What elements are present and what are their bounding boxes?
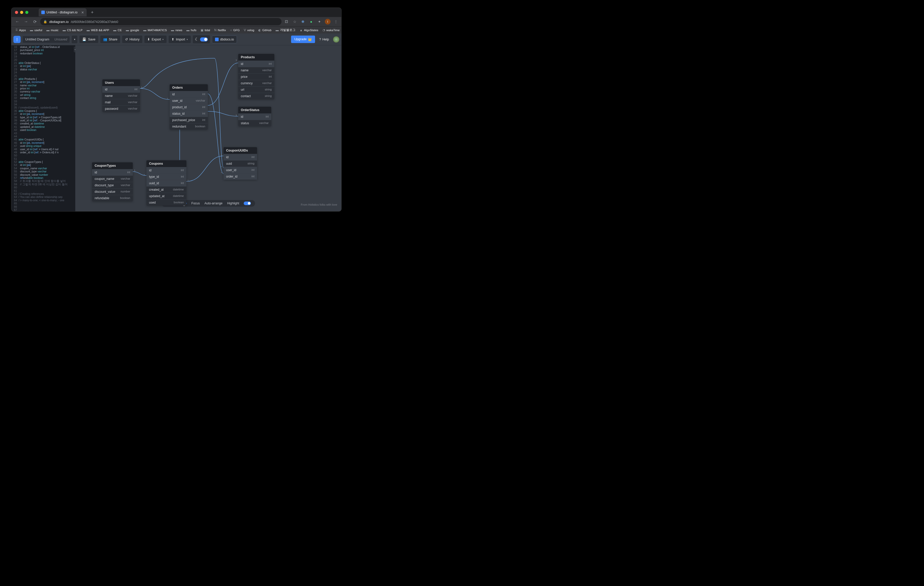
star-icon[interactable]: ☆ <box>292 19 297 25</box>
table-column[interactable]: idint <box>147 167 186 173</box>
table-column[interactable]: coupon_namevarchar <box>92 176 133 182</box>
share-button[interactable]: 👥Share <box>100 36 120 43</box>
table-column[interactable]: priceint <box>238 74 274 80</box>
bookmark-item[interactable]: ▬news <box>169 28 184 33</box>
table-coupons[interactable]: Couponsidinttype_idintuuid_idintcreated_… <box>147 160 186 206</box>
bookmark-item[interactable]: ⠿Apps <box>14 28 27 33</box>
bookmark-item[interactable]: ▣tidal <box>199 28 212 33</box>
table-header[interactable]: CouponTypes <box>92 162 133 169</box>
bookmark-item[interactable]: ▬google <box>124 28 141 33</box>
maximize-window-button[interactable] <box>25 11 28 14</box>
table-column[interactable]: purchased_priceint <box>170 117 208 123</box>
bookmark-item[interactable]: ▬CE <box>112 28 123 33</box>
save-button[interactable]: 💾Save <box>79 36 98 43</box>
collapse-editor-button[interactable]: ◀ <box>74 47 75 52</box>
close-tab-icon[interactable]: ✕ <box>81 11 84 15</box>
bookmark-item[interactable]: ◐GitHub <box>257 28 273 33</box>
ext-icon-1[interactable]: ❋ <box>300 19 306 25</box>
table-header[interactable]: Coupons <box>147 160 186 167</box>
table-column[interactable]: status_idint <box>170 110 208 117</box>
bookmark-item[interactable]: ◔wakaTime <box>321 28 342 33</box>
history-button[interactable]: ↺History <box>122 36 142 43</box>
table-column[interactable]: currencyvarchar <box>238 80 274 86</box>
user-avatar[interactable] <box>333 36 339 43</box>
table-header[interactable]: OrderStatus <box>238 107 271 114</box>
toggle-switch[interactable] <box>200 37 208 41</box>
table-column[interactable]: uuid_idint <box>147 180 186 186</box>
table-column[interactable]: usedboolean <box>147 199 186 206</box>
forward-button[interactable]: → <box>23 18 30 25</box>
close-window-button[interactable] <box>15 11 18 14</box>
table-column[interactable]: idint <box>102 86 140 92</box>
upgrade-button[interactable]: Upgrade👑 <box>291 36 315 43</box>
extensions-icon[interactable]: ✦ <box>317 19 322 25</box>
table-products[interactable]: Productsidintnamevarcharpriceintcurrency… <box>238 54 274 99</box>
bookmark-item[interactable]: ▬개발블로그 <box>274 27 297 33</box>
minimize-window-button[interactable] <box>20 11 23 14</box>
table-couponuuids[interactable]: CouponUUIDsidintuuidstringuser_idintorde… <box>224 147 257 179</box>
profile-avatar[interactable]: I <box>325 19 330 25</box>
translate-icon[interactable]: ⚃ <box>284 19 289 25</box>
reload-button[interactable]: ⟳ <box>31 18 38 25</box>
table-column[interactable]: mailvarchar <box>102 99 140 105</box>
dbdocs-button[interactable]: dbdocs.io <box>212 36 237 43</box>
table-column[interactable]: statusvarchar <box>238 120 271 126</box>
diagram-dropdown[interactable]: ▾ <box>72 36 78 43</box>
ext-icon-2[interactable]: ● <box>309 19 314 25</box>
diagram-title-box[interactable]: Untitled Diagram Unsaved <box>23 36 69 43</box>
bookmark-item[interactable]: ▬useful <box>28 28 44 33</box>
table-column[interactable]: contactstring <box>238 93 274 99</box>
table-column[interactable]: passwordvarchar <box>102 105 140 112</box>
bookmark-item[interactable]: ▲AlgoStates <box>298 28 320 33</box>
table-column[interactable]: namevarchar <box>238 67 274 74</box>
table-orders[interactable]: Ordersidintuser_idvarcharproduct_idintst… <box>170 84 208 130</box>
table-column[interactable]: refundableboolean <box>92 195 133 201</box>
table-column[interactable]: discount_valuenumber <box>92 188 133 195</box>
table-column[interactable]: idint <box>238 61 274 67</box>
table-users[interactable]: Usersidintnamevarcharmailvarcharpassword… <box>102 79 140 112</box>
table-column[interactable]: idint <box>224 154 257 160</box>
bookmark-item[interactable]: Vvelog <box>243 28 256 33</box>
auto-arrange-button[interactable]: Auto-arrange <box>205 201 223 205</box>
bookmark-item[interactable]: ○GFG <box>229 28 241 33</box>
bookmark-item[interactable]: NNetflix <box>213 28 228 33</box>
table-column[interactable]: order_idint <box>224 173 257 179</box>
table-column[interactable]: idint <box>92 169 133 176</box>
url-input[interactable]: 🔒 dbdiagram.io/d/600fde3380d742080a37deb… <box>40 18 282 25</box>
table-column[interactable]: uuidstring <box>224 160 257 167</box>
table-column[interactable]: user_idvarchar <box>170 97 208 104</box>
focus-button[interactable]: Focus <box>191 201 200 205</box>
new-tab-button[interactable]: + <box>89 10 96 15</box>
bookmark-item[interactable]: ▬CS && NLP <box>61 28 84 33</box>
bookmark-item[interactable]: ▬WEB && APP <box>85 28 111 33</box>
table-column[interactable]: discount_typevarchar <box>92 182 133 188</box>
table-coupontypes[interactable]: CouponTypesidintcoupon_namevarchardiscou… <box>92 162 133 201</box>
theme-toggle[interactable]: ☾ <box>193 35 210 43</box>
table-column[interactable]: user_idint <box>224 167 257 173</box>
table-header[interactable]: Orders <box>170 84 208 91</box>
table-column[interactable]: created_atdatetime <box>147 186 186 193</box>
browser-tab[interactable]: ⋮ Untitled - dbdiagram.io ✕ <box>39 8 87 16</box>
help-button[interactable]: ?Help <box>317 36 331 43</box>
bookmark-item[interactable]: ▬music <box>45 28 60 33</box>
export-button[interactable]: ⬇Export▾ <box>144 36 167 43</box>
table-column[interactable]: product_idint <box>170 104 208 110</box>
menu-icon[interactable]: ⋮ <box>333 19 339 25</box>
code-editor[interactable]: ◀ 16 status_id int [ref: - OrderStatus.i… <box>12 45 75 211</box>
bookmark-item[interactable]: ▬hufs <box>185 28 198 33</box>
diagram-canvas[interactable]: 104 % Focus Auto-arrange Highlight From … <box>75 45 342 211</box>
table-column[interactable]: idint <box>170 91 208 97</box>
bookmark-item[interactable]: ▬MATHMATICS <box>142 28 168 33</box>
table-header[interactable]: Users <box>102 79 140 86</box>
table-header[interactable]: Products <box>238 54 274 61</box>
table-column[interactable]: updated_atdatetime <box>147 193 186 199</box>
table-column[interactable]: namevarchar <box>102 92 140 99</box>
table-column[interactable]: urlstring <box>238 86 274 93</box>
table-column[interactable]: type_idint <box>147 173 186 180</box>
back-button[interactable]: ← <box>14 18 21 25</box>
table-column[interactable]: redundantboolean <box>170 123 208 130</box>
table-column[interactable]: idint <box>238 114 271 120</box>
highlight-toggle[interactable] <box>244 201 251 205</box>
app-logo-icon[interactable]: ⋮ <box>13 36 21 43</box>
table-header[interactable]: CouponUUIDs <box>224 147 257 154</box>
